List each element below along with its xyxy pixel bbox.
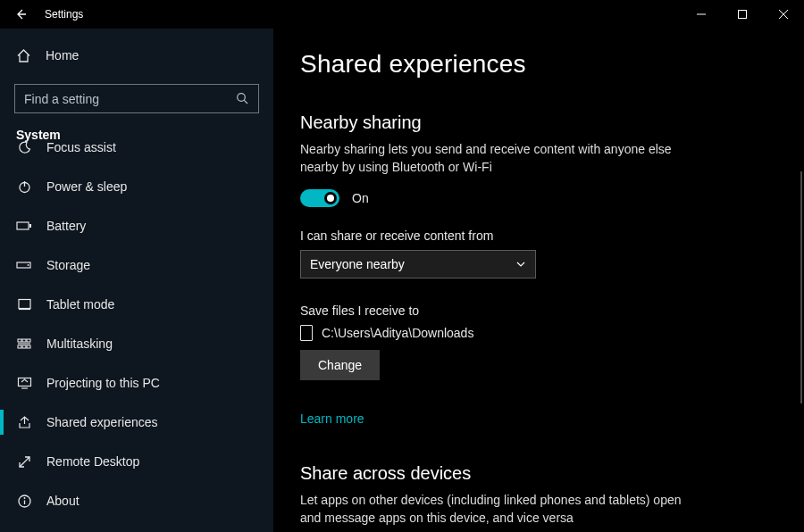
sidebar-item-shared-experiences[interactable]: Shared experiences — [0, 403, 273, 442]
sidebar-item-remote-desktop[interactable]: Remote Desktop — [0, 442, 273, 481]
share-from-label: I can share or receive content from — [300, 229, 804, 243]
save-to-label: Save files I receive to — [300, 303, 804, 318]
close-icon — [778, 9, 789, 20]
sidebar: Home System Focus assistPower & sleepBat… — [0, 29, 273, 532]
sidebar-item-label: Battery — [46, 219, 86, 233]
search-input-container[interactable] — [14, 84, 259, 113]
sidebar-item-storage[interactable]: Storage — [0, 245, 273, 285]
share-from-select[interactable]: Everyone nearby — [300, 250, 536, 278]
page-title: Shared experiences — [300, 50, 804, 79]
minimize-button[interactable] — [681, 0, 722, 29]
search-input[interactable] — [24, 92, 236, 106]
sidebar-item-about[interactable]: About — [0, 481, 273, 520]
titlebar: Settings — [0, 0, 804, 29]
svg-rect-8 — [17, 222, 29, 229]
nav-list: Focus assistPower & sleepBatteryStorageT… — [0, 128, 273, 520]
svg-rect-9 — [29, 224, 31, 228]
svg-rect-18 — [18, 345, 21, 348]
project-icon — [16, 375, 32, 391]
sidebar-item-label: Remote Desktop — [46, 454, 139, 469]
nearby-description: Nearby sharing lets you send and receive… — [300, 140, 693, 177]
svg-rect-19 — [22, 345, 26, 348]
battery-icon — [16, 218, 32, 234]
nearby-toggle[interactable] — [300, 189, 339, 207]
svg-rect-17 — [27, 339, 30, 342]
home-nav[interactable]: Home — [0, 37, 273, 73]
chevron-down-icon — [515, 259, 526, 270]
window-title: Settings — [45, 8, 83, 21]
nearby-toggle-label: On — [352, 191, 369, 205]
svg-line-23 — [20, 457, 29, 467]
sidebar-item-projecting-to-this-pc[interactable]: Projecting to this PC — [0, 363, 273, 403]
svg-rect-20 — [27, 345, 30, 348]
save-to-row: C:\Users\Aditya\Downloads — [300, 325, 804, 341]
sidebar-item-label: Projecting to this PC — [46, 376, 160, 390]
sidebar-item-label: Storage — [46, 258, 90, 272]
svg-rect-1 — [739, 11, 747, 19]
storage-icon — [16, 257, 32, 273]
minimize-icon — [696, 9, 707, 20]
svg-point-4 — [238, 94, 246, 102]
svg-point-26 — [23, 497, 25, 499]
sidebar-item-power-sleep[interactable]: Power & sleep — [0, 167, 273, 206]
sidebar-item-label: About — [46, 494, 80, 508]
maximize-icon — [737, 9, 748, 20]
share-from-value: Everyone nearby — [310, 257, 405, 271]
sidebar-item-multitasking[interactable]: Multitasking — [0, 324, 273, 363]
moon-icon — [16, 139, 32, 155]
back-arrow-icon — [13, 7, 28, 21]
sidebar-item-label: Tablet mode — [46, 297, 114, 312]
svg-point-11 — [28, 264, 29, 266]
content: Shared experiences Nearby sharing Nearby… — [273, 29, 804, 532]
svg-rect-15 — [18, 339, 21, 342]
nearby-heading: Nearby sharing — [300, 112, 804, 133]
close-button[interactable] — [763, 0, 804, 29]
sidebar-item-label: Power & sleep — [46, 179, 127, 194]
power-icon — [16, 179, 32, 195]
learn-more-link[interactable]: Learn more — [300, 411, 364, 426]
search-icon — [236, 92, 249, 105]
multi-icon — [16, 336, 32, 352]
sidebar-item-battery[interactable]: Battery — [0, 206, 273, 245]
share-icon — [16, 414, 32, 430]
folder-icon — [300, 325, 313, 341]
svg-line-5 — [244, 100, 247, 104]
svg-rect-16 — [22, 339, 26, 342]
home-icon — [16, 48, 31, 63]
across-description: Let apps on other devices (including lin… — [300, 491, 693, 528]
save-to-path: C:\Users\Aditya\Downloads — [322, 326, 473, 340]
sidebar-item-label: Focus assist — [46, 140, 116, 154]
scrollbar[interactable] — [800, 171, 802, 403]
sidebar-item-focus-assist[interactable]: Focus assist — [0, 128, 273, 167]
tablet-icon — [16, 296, 32, 312]
svg-rect-12 — [19, 299, 30, 308]
across-heading: Share across devices — [300, 463, 804, 484]
change-button[interactable]: Change — [300, 350, 380, 380]
remote-icon — [16, 453, 32, 470]
sidebar-item-label: Multitasking — [46, 337, 113, 351]
sidebar-item-label: Shared experiences — [46, 415, 158, 429]
back-button[interactable] — [0, 0, 41, 29]
sidebar-item-tablet-mode[interactable]: Tablet mode — [0, 285, 273, 324]
home-label: Home — [46, 48, 79, 62]
about-icon — [16, 493, 32, 509]
maximize-button[interactable] — [722, 0, 763, 29]
